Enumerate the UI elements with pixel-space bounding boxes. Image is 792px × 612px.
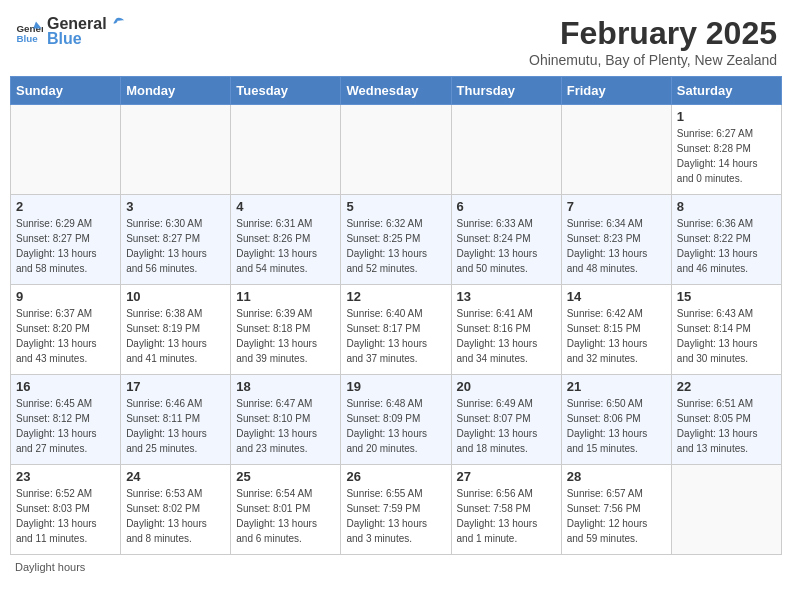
- calendar-cell: [121, 105, 231, 195]
- day-number: 6: [457, 199, 556, 214]
- logo-bird-icon: [107, 16, 125, 34]
- calendar-cell: 4Sunrise: 6:31 AM Sunset: 8:26 PM Daylig…: [231, 195, 341, 285]
- day-number: 5: [346, 199, 445, 214]
- day-info: Sunrise: 6:33 AM Sunset: 8:24 PM Dayligh…: [457, 216, 556, 276]
- day-info: Sunrise: 6:38 AM Sunset: 8:19 PM Dayligh…: [126, 306, 225, 366]
- day-info: Sunrise: 6:34 AM Sunset: 8:23 PM Dayligh…: [567, 216, 666, 276]
- day-info: Sunrise: 6:31 AM Sunset: 8:26 PM Dayligh…: [236, 216, 335, 276]
- day-info: Sunrise: 6:52 AM Sunset: 8:03 PM Dayligh…: [16, 486, 115, 546]
- day-info: Sunrise: 6:46 AM Sunset: 8:11 PM Dayligh…: [126, 396, 225, 456]
- calendar-cell: 5Sunrise: 6:32 AM Sunset: 8:25 PM Daylig…: [341, 195, 451, 285]
- calendar-cell: 19Sunrise: 6:48 AM Sunset: 8:09 PM Dayli…: [341, 375, 451, 465]
- calendar-cell: 26Sunrise: 6:55 AM Sunset: 7:59 PM Dayli…: [341, 465, 451, 555]
- day-number: 17: [126, 379, 225, 394]
- day-number: 14: [567, 289, 666, 304]
- day-info: Sunrise: 6:56 AM Sunset: 7:58 PM Dayligh…: [457, 486, 556, 546]
- calendar-cell: [341, 105, 451, 195]
- calendar-cell: [561, 105, 671, 195]
- day-number: 3: [126, 199, 225, 214]
- calendar-cell: 10Sunrise: 6:38 AM Sunset: 8:19 PM Dayli…: [121, 285, 231, 375]
- weekday-header-row: SundayMondayTuesdayWednesdayThursdayFrid…: [11, 77, 782, 105]
- week-row-5: 23Sunrise: 6:52 AM Sunset: 8:03 PM Dayli…: [11, 465, 782, 555]
- calendar-cell: 21Sunrise: 6:50 AM Sunset: 8:06 PM Dayli…: [561, 375, 671, 465]
- day-number: 28: [567, 469, 666, 484]
- calendar-cell: 7Sunrise: 6:34 AM Sunset: 8:23 PM Daylig…: [561, 195, 671, 285]
- day-info: Sunrise: 6:29 AM Sunset: 8:27 PM Dayligh…: [16, 216, 115, 276]
- day-info: Sunrise: 6:48 AM Sunset: 8:09 PM Dayligh…: [346, 396, 445, 456]
- day-number: 20: [457, 379, 556, 394]
- calendar-cell: 14Sunrise: 6:42 AM Sunset: 8:15 PM Dayli…: [561, 285, 671, 375]
- day-info: Sunrise: 6:42 AM Sunset: 8:15 PM Dayligh…: [567, 306, 666, 366]
- calendar-cell: 1Sunrise: 6:27 AM Sunset: 8:28 PM Daylig…: [671, 105, 781, 195]
- day-number: 1: [677, 109, 776, 124]
- day-info: Sunrise: 6:53 AM Sunset: 8:02 PM Dayligh…: [126, 486, 225, 546]
- day-number: 19: [346, 379, 445, 394]
- logo-icon: General Blue: [15, 18, 43, 46]
- weekday-saturday: Saturday: [671, 77, 781, 105]
- logo: General Blue General Blue: [15, 15, 127, 48]
- day-info: Sunrise: 6:51 AM Sunset: 8:05 PM Dayligh…: [677, 396, 776, 456]
- day-number: 15: [677, 289, 776, 304]
- day-info: Sunrise: 6:32 AM Sunset: 8:25 PM Dayligh…: [346, 216, 445, 276]
- day-info: Sunrise: 6:49 AM Sunset: 8:07 PM Dayligh…: [457, 396, 556, 456]
- day-info: Sunrise: 6:57 AM Sunset: 7:56 PM Dayligh…: [567, 486, 666, 546]
- day-number: 16: [16, 379, 115, 394]
- day-number: 18: [236, 379, 335, 394]
- calendar-cell: [231, 105, 341, 195]
- calendar-cell: 18Sunrise: 6:47 AM Sunset: 8:10 PM Dayli…: [231, 375, 341, 465]
- day-info: Sunrise: 6:36 AM Sunset: 8:22 PM Dayligh…: [677, 216, 776, 276]
- day-info: Sunrise: 6:27 AM Sunset: 8:28 PM Dayligh…: [677, 126, 776, 186]
- calendar-cell: [451, 105, 561, 195]
- weekday-friday: Friday: [561, 77, 671, 105]
- day-info: Sunrise: 6:40 AM Sunset: 8:17 PM Dayligh…: [346, 306, 445, 366]
- calendar-cell: 13Sunrise: 6:41 AM Sunset: 8:16 PM Dayli…: [451, 285, 561, 375]
- calendar-cell: 22Sunrise: 6:51 AM Sunset: 8:05 PM Dayli…: [671, 375, 781, 465]
- location-subtitle: Ohinemutu, Bay of Plenty, New Zealand: [529, 52, 777, 68]
- calendar-cell: 23Sunrise: 6:52 AM Sunset: 8:03 PM Dayli…: [11, 465, 121, 555]
- day-info: Sunrise: 6:47 AM Sunset: 8:10 PM Dayligh…: [236, 396, 335, 456]
- day-number: 22: [677, 379, 776, 394]
- week-row-2: 2Sunrise: 6:29 AM Sunset: 8:27 PM Daylig…: [11, 195, 782, 285]
- header: General Blue General Blue February 2025 …: [10, 10, 782, 68]
- calendar-cell: 12Sunrise: 6:40 AM Sunset: 8:17 PM Dayli…: [341, 285, 451, 375]
- day-number: 24: [126, 469, 225, 484]
- day-info: Sunrise: 6:43 AM Sunset: 8:14 PM Dayligh…: [677, 306, 776, 366]
- calendar-cell: 6Sunrise: 6:33 AM Sunset: 8:24 PM Daylig…: [451, 195, 561, 285]
- day-number: 27: [457, 469, 556, 484]
- month-title: February 2025: [529, 15, 777, 52]
- weekday-tuesday: Tuesday: [231, 77, 341, 105]
- day-number: 26: [346, 469, 445, 484]
- calendar: SundayMondayTuesdayWednesdayThursdayFrid…: [10, 76, 782, 555]
- day-number: 11: [236, 289, 335, 304]
- day-number: 8: [677, 199, 776, 214]
- day-info: Sunrise: 6:30 AM Sunset: 8:27 PM Dayligh…: [126, 216, 225, 276]
- calendar-cell: 17Sunrise: 6:46 AM Sunset: 8:11 PM Dayli…: [121, 375, 231, 465]
- calendar-cell: 11Sunrise: 6:39 AM Sunset: 8:18 PM Dayli…: [231, 285, 341, 375]
- day-number: 13: [457, 289, 556, 304]
- day-number: 4: [236, 199, 335, 214]
- week-row-3: 9Sunrise: 6:37 AM Sunset: 8:20 PM Daylig…: [11, 285, 782, 375]
- weekday-sunday: Sunday: [11, 77, 121, 105]
- day-info: Sunrise: 6:39 AM Sunset: 8:18 PM Dayligh…: [236, 306, 335, 366]
- day-number: 2: [16, 199, 115, 214]
- day-info: Sunrise: 6:54 AM Sunset: 8:01 PM Dayligh…: [236, 486, 335, 546]
- day-number: 9: [16, 289, 115, 304]
- svg-text:Blue: Blue: [16, 32, 38, 43]
- weekday-thursday: Thursday: [451, 77, 561, 105]
- calendar-cell: 27Sunrise: 6:56 AM Sunset: 7:58 PM Dayli…: [451, 465, 561, 555]
- day-number: 10: [126, 289, 225, 304]
- day-number: 21: [567, 379, 666, 394]
- calendar-cell: 24Sunrise: 6:53 AM Sunset: 8:02 PM Dayli…: [121, 465, 231, 555]
- day-info: Sunrise: 6:41 AM Sunset: 8:16 PM Dayligh…: [457, 306, 556, 366]
- calendar-cell: 2Sunrise: 6:29 AM Sunset: 8:27 PM Daylig…: [11, 195, 121, 285]
- calendar-cell: 16Sunrise: 6:45 AM Sunset: 8:12 PM Dayli…: [11, 375, 121, 465]
- calendar-cell: 9Sunrise: 6:37 AM Sunset: 8:20 PM Daylig…: [11, 285, 121, 375]
- calendar-cell: 3Sunrise: 6:30 AM Sunset: 8:27 PM Daylig…: [121, 195, 231, 285]
- weekday-wednesday: Wednesday: [341, 77, 451, 105]
- week-row-1: 1Sunrise: 6:27 AM Sunset: 8:28 PM Daylig…: [11, 105, 782, 195]
- calendar-cell: 25Sunrise: 6:54 AM Sunset: 8:01 PM Dayli…: [231, 465, 341, 555]
- calendar-cell: [671, 465, 781, 555]
- day-number: 7: [567, 199, 666, 214]
- day-info: Sunrise: 6:45 AM Sunset: 8:12 PM Dayligh…: [16, 396, 115, 456]
- calendar-cell: 28Sunrise: 6:57 AM Sunset: 7:56 PM Dayli…: [561, 465, 671, 555]
